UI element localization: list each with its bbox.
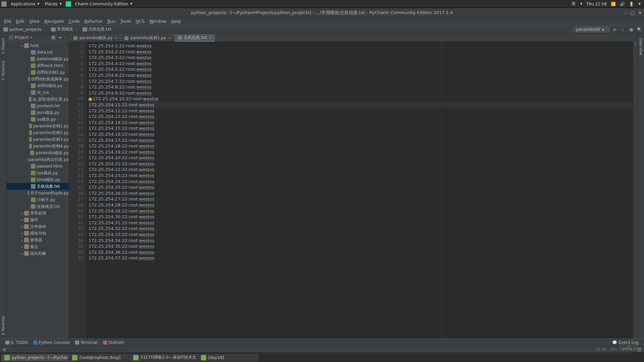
tree-item[interactable]: ▸集合: [7, 243, 69, 250]
taskbar-item[interactable]: [root@myhost:/tmp]: [69, 354, 129, 361]
close-tab-icon[interactable]: ✕: [209, 36, 212, 40]
tree-item[interactable]: json模块.py: [7, 109, 69, 116]
tree-item[interactable]: time模块.py: [7, 176, 69, 183]
close-tab-icon[interactable]: ✕: [115, 36, 118, 40]
project-tree[interactable]: ▸hostdata.txtdatetime模块.pydiffirent.html…: [7, 42, 69, 339]
wifi-icon[interactable]: 📶: [611, 2, 616, 6]
volume-icon[interactable]: 🔊: [620, 2, 625, 6]
clock[interactable]: Thu 21:58: [586, 2, 607, 6]
menu-run[interactable]: Run: [105, 18, 118, 24]
search-button[interactable]: 🔍: [637, 27, 642, 32]
run-config-selector[interactable]: paramiko00 ▼: [573, 26, 610, 33]
pycharm-indicator[interactable]: Charm Community Edition▼: [72, 2, 135, 6]
folder-icon: [24, 238, 29, 242]
folder-icon: [3, 27, 8, 32]
tab-label: paramiko模块.py: [79, 35, 113, 41]
tree-item[interactable]: os模块.py: [7, 116, 69, 123]
battery-icon[interactable]: 🔋: [629, 2, 634, 6]
tree-item[interactable]: paramiko实例3.py: [7, 136, 69, 143]
tree-item[interactable]: ▸异常处理: [7, 210, 69, 217]
intention-bulb-icon[interactable]: [89, 98, 92, 101]
menu-help[interactable]: Help: [169, 18, 183, 24]
tree-item[interactable]: diffirent.html: [7, 62, 69, 69]
tree-item[interactable]: ▸面向对象: [7, 250, 69, 257]
editor-tab[interactable]: 主机信息.txt✕: [175, 34, 215, 42]
tree-item[interactable]: data.txt: [7, 49, 69, 56]
close-tab-icon[interactable]: ✕: [168, 36, 171, 40]
tree-item[interactable]: 主机信息.txt: [7, 183, 69, 190]
taskbar-item[interactable]: python_projects - [~/PycharmProj...: [1, 354, 68, 361]
line-separator[interactable]: LF÷: [608, 347, 620, 352]
menu-file[interactable]: File: [2, 18, 13, 24]
tree-item[interactable]: ▸循环: [7, 217, 69, 223]
minimize-button[interactable]: –: [625, 10, 627, 15]
collapse-icon[interactable]: ⇥: [57, 35, 62, 40]
cursor-position[interactable]: 11:29: [593, 347, 608, 352]
tree-item[interactable]: paramiko实例2.py: [7, 129, 69, 136]
tree-item[interactable]: 关于namedtuple.py: [7, 190, 69, 196]
editor-content[interactable]: 172.25.254.1:22:root:westos172.25.254.2:…: [86, 42, 637, 339]
breadcrumb-0[interactable]: python_projects〉: [2, 26, 50, 32]
tree-item[interactable]: ▸host: [7, 42, 69, 49]
menu-code[interactable]: Code: [66, 18, 82, 24]
debug-button[interactable]: ⌖: [621, 27, 626, 32]
taskbar-label: python_projects - [~/PycharmProj...: [12, 355, 68, 360]
breadcrumb-2[interactable]: 主机信息.txt: [81, 26, 113, 32]
tree-item[interactable]: 连接状况.txt: [7, 203, 69, 210]
tree-item[interactable]: difflib实例1.py: [7, 69, 69, 76]
left-tool-strip: 1: Project 7: Structure 2: Favorites: [0, 34, 7, 339]
menu-vcs[interactable]: VCS: [134, 18, 147, 24]
taskbar-item[interactable]: [day18]: [198, 354, 258, 361]
tree-item[interactable]: difflib封装成脚本.py: [7, 76, 69, 82]
maximize-button[interactable]: ▢: [630, 10, 635, 15]
places-menu[interactable]: Places▼: [42, 2, 64, 6]
tree-item[interactable]: passwd.html: [7, 163, 69, 170]
tool-python-console[interactable]: Python Console: [31, 340, 72, 345]
menu-window[interactable]: Window: [147, 18, 168, 24]
status-bar: ▦ 11:29 LF÷ UTF-8÷: [0, 346, 644, 353]
tool-data-view[interactable]: Data View: [639, 35, 643, 59]
ime-indicator[interactable]: 英: [572, 1, 576, 7]
tree-item[interactable]: datetime模块.py: [7, 56, 69, 62]
tool-structure[interactable]: 7: Structure: [1, 57, 5, 84]
tree-item[interactable]: id_rsa: [7, 89, 69, 96]
tree-item[interactable]: paramiko实例4.py: [7, 143, 69, 149]
tree-item[interactable]: sys模块.py: [7, 170, 69, 176]
hide-panel-icon[interactable]: –: [63, 35, 67, 40]
menu-tools[interactable]: Tools: [118, 18, 133, 24]
menu-view[interactable]: View: [27, 18, 42, 24]
tool-terminal[interactable]: Terminal: [72, 340, 100, 345]
error-stripe[interactable]: [633, 42, 637, 339]
stop-button[interactable]: ■: [629, 27, 634, 32]
tree-item[interactable]: paramiko实例1.py: [7, 123, 69, 129]
tree-item[interactable]: 小例子.py: [7, 196, 69, 203]
project-panel-header[interactable]: Project ▾ ⚙ ⇥ –: [7, 34, 69, 42]
applications-menu[interactable]: Applications▼: [8, 2, 42, 6]
editor-tab[interactable]: paramiko实例1.py✕: [121, 34, 174, 42]
tree-item[interactable]: ▸装饰器: [7, 237, 69, 243]
tool-statistic[interactable]: Statistic: [100, 340, 127, 345]
tool-todo[interactable]: 6: TODO: [3, 340, 31, 345]
tree-item[interactable]: difflib模块.py: [7, 82, 69, 89]
menu-refactor[interactable]: Refactor: [82, 18, 105, 24]
file-icon: [31, 110, 36, 115]
menu-navigate[interactable]: Navigate: [42, 18, 66, 24]
tree-item-label: 关于namedtuple.py: [30, 190, 69, 196]
user-menu[interactable]: ▼: [639, 2, 641, 5]
breadcrumb-1[interactable]: 常用模块〉: [50, 26, 81, 32]
tool-favorites[interactable]: 2: Favorites: [1, 312, 5, 339]
tree-item[interactable]: paramko再次封装.py: [7, 156, 69, 163]
run-button[interactable]: ▶: [612, 27, 618, 32]
tree-item[interactable]: ▸模块与包: [7, 230, 69, 237]
taskbar-item[interactable]: 51CTO博客2.0—原创IT技术文章分...: [130, 354, 197, 361]
tree-item[interactable]: ▸文件操作: [7, 223, 69, 230]
tree-item[interactable]: ip_获取地理位置.py: [7, 96, 69, 103]
menu-edit[interactable]: Edit: [14, 18, 26, 24]
status-tools-icon[interactable]: ▦: [3, 347, 6, 352]
close-button[interactable]: ✕: [638, 10, 642, 15]
tool-project[interactable]: 1: Project: [1, 35, 5, 57]
editor-tab[interactable]: paramiko模块.py✕: [70, 34, 121, 42]
tree-item[interactable]: paramiko模块.py: [7, 149, 69, 156]
gear-icon[interactable]: ⚙: [51, 35, 56, 40]
tree-item[interactable]: jsontext.txt: [7, 103, 69, 109]
